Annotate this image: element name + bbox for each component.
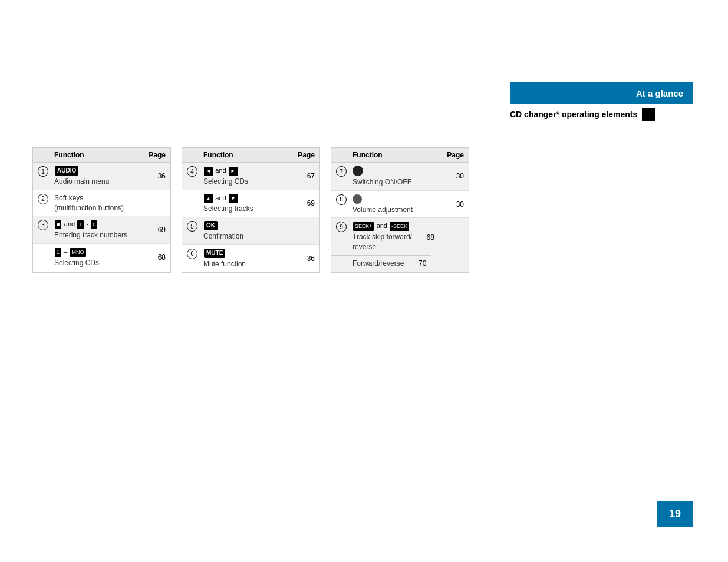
num1-badge: 1 — [77, 220, 84, 229]
table-2-header: Function Page — [182, 148, 319, 163]
cd-changer-title: CD changer* operating elements — [510, 108, 693, 121]
row-page-t3-1: 30 — [442, 172, 464, 180]
table-row: ▲ and ▼ Selecting tracks 69 — [182, 190, 319, 218]
row-function-1: AUDIO Audio main menu — [54, 166, 143, 187]
row-function-t2-4: MUTE Mute function — [203, 248, 292, 269]
row-num-t3-3: 9 — [336, 221, 353, 232]
left-arrow: ◄ — [204, 167, 213, 176]
row-num-2: 2 — [38, 193, 54, 204]
row-num-t2-4: 6 — [187, 248, 203, 259]
track-num-desc: Entering track numbers — [54, 230, 143, 240]
row-page-t3-3a: 68 — [412, 232, 434, 242]
tables-container: Function Page 1 AUDIO Audio main menu 36… — [32, 147, 469, 273]
seekminus-badge: -SEEK — [390, 222, 409, 231]
circle-9: 9 — [336, 222, 347, 232]
on-off-desc: Switching ON/OFF — [353, 177, 442, 187]
seekplus-badge: SEEK+ — [353, 222, 374, 231]
table-1: Function Page 1 AUDIO Audio main menu 36… — [32, 147, 171, 273]
up-arrow: ▲ — [204, 194, 213, 203]
mno-badge: MNO — [70, 248, 86, 257]
table-row: 4 ◄ and ► Selecting CDs 67 — [182, 163, 319, 190]
table-row: 5 OK Confirmation — [182, 217, 319, 245]
col-page-label-2: Page — [292, 151, 315, 159]
header-section: At a glance CD changer* operating elemen… — [510, 82, 693, 121]
row-page-t2-4: 36 — [292, 254, 315, 263]
table-row: 2 Soft keys(multifunction buttons) — [33, 190, 170, 217]
table-3-header: Function Page — [331, 148, 469, 163]
col-function-label-2: Function — [203, 151, 292, 159]
table-row: 3 ■ and 1 - 0 Entering track numbers 69 — [33, 216, 170, 244]
row-page-4: 68 — [143, 253, 166, 262]
audio-badge: AUDIO — [55, 166, 78, 176]
col-num-label-2 — [187, 151, 203, 159]
mute-badge: MUTE — [204, 249, 225, 258]
row-page-t2-1: 67 — [292, 172, 315, 180]
forward-reverse-desc: Forward/reverse — [353, 259, 404, 269]
row-num-t3-2: 8 — [336, 194, 353, 205]
confirmation-desc: Confirmation — [203, 232, 292, 242]
vol-icon — [353, 194, 362, 204]
circle-3: 3 — [38, 220, 48, 230]
row-function-t2-2: ▲ and ▼ Selecting tracks — [203, 193, 292, 214]
track-skip-desc: Track skip forward/reverse — [353, 232, 412, 252]
circle-2: 2 — [38, 194, 48, 204]
row-function-t3-2: Volume adjustment — [353, 194, 442, 215]
pwr-icon — [353, 166, 363, 176]
num9-badge: 0 — [91, 220, 97, 229]
table-2: Function Page 4 ◄ and ► Selecting CDs 67 — [182, 147, 320, 273]
row-num-t2-1: 4 — [187, 166, 203, 177]
dot-badge: ■ — [55, 220, 61, 229]
row-function-t2-3: OK Confirmation — [203, 220, 292, 242]
table-row: 1 AUDIO Audio main menu 36 — [33, 163, 170, 190]
table-1-header: Function Page — [33, 148, 170, 163]
down-arrow: ▼ — [229, 194, 238, 203]
row-num-4 — [38, 247, 54, 247]
circle-1: 1 — [38, 166, 48, 177]
audio-main-menu-desc: Audio main menu — [54, 177, 143, 187]
soft-keys-desc: Soft keys(multifunction buttons) — [54, 193, 143, 213]
col-page-label-3: Page — [442, 151, 464, 159]
row-function-3: ■ and 1 - 0 Entering track numbers — [54, 219, 143, 240]
row-page-1: 36 — [143, 172, 166, 180]
circle-5: 5 — [187, 221, 197, 232]
selecting-cds-desc-1: Selecting CDs — [54, 258, 143, 268]
table-row: 9 SEEK+ and -SEEK Track skip forward/rev… — [331, 218, 469, 271]
row-function-4: 1 – MNO Selecting CDs — [54, 247, 143, 268]
table-3: Function Page 7 Switching ON/OFF 30 8 — [331, 147, 469, 273]
table-row: 6 MUTE Mute function 36 — [182, 245, 319, 272]
row-function-2: Soft keys(multifunction buttons) — [54, 193, 143, 213]
page-number-badge: 19 — [657, 501, 693, 527]
row-function-t3-3b: Forward/reverse — [353, 259, 404, 269]
row-page-t2-2: 69 — [292, 199, 315, 207]
circle-6: 6 — [187, 249, 197, 259]
ok-badge: OK — [204, 221, 218, 230]
row-page-t3-2: 30 — [442, 200, 464, 209]
num1-badge2: 1 — [55, 248, 61, 257]
row-page-3: 69 — [143, 226, 166, 234]
cd-changer-title-text: CD changer* operating elements — [510, 110, 637, 119]
row-function-t2-1: ◄ and ► Selecting CDs — [203, 166, 292, 187]
table-row: 8 Volume adjustment 30 — [331, 191, 469, 219]
row-function-t3-3a: SEEK+ and -SEEK Track skip forward/rever… — [353, 221, 412, 252]
selecting-tracks-desc: Selecting tracks — [203, 204, 292, 214]
black-square-decoration — [642, 108, 655, 121]
col-function-label-1: Function — [54, 151, 143, 159]
selecting-cds-desc-2: Selecting CDs — [203, 177, 292, 187]
mute-function-desc: Mute function — [203, 259, 292, 269]
at-a-glance-bar: At a glance — [510, 82, 693, 104]
circle-8: 8 — [336, 194, 347, 205]
row-num-t3-1: 7 — [336, 166, 353, 177]
row-num-t2-2 — [187, 193, 203, 194]
volume-adjustment-desc: Volume adjustment — [353, 205, 442, 215]
table-row: 7 Switching ON/OFF 30 — [331, 163, 469, 191]
col-page-label-1: Page — [143, 151, 166, 159]
col-num-label-1 — [38, 151, 54, 159]
row-num-t2-3: 5 — [187, 220, 203, 232]
col-function-label-3: Function — [353, 151, 442, 159]
row-num-3: 3 — [38, 219, 54, 230]
row-function-t3-1: Switching ON/OFF — [353, 166, 442, 187]
circle-4: 4 — [187, 166, 197, 177]
right-arrow: ► — [229, 167, 238, 176]
table-row: 1 – MNO Selecting CDs 68 — [33, 244, 170, 271]
row-num-1: 1 — [38, 166, 54, 177]
